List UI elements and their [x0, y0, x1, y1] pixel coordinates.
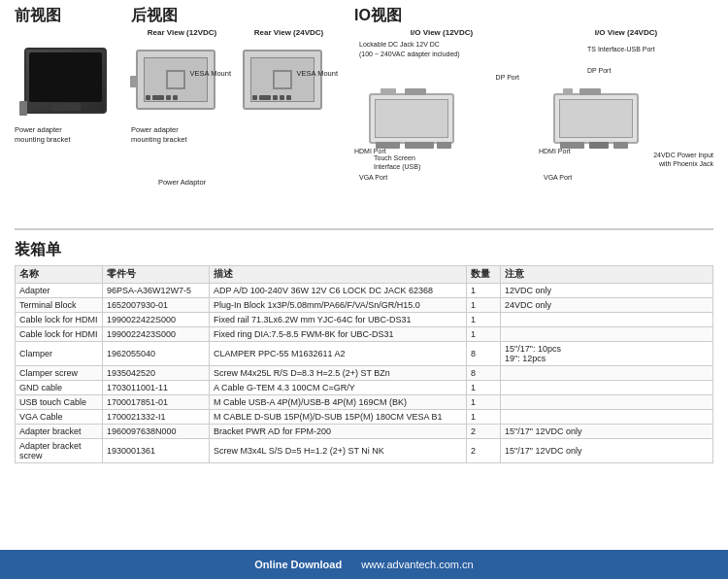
- rear-24vdc-diagram: VESA Mount: [238, 40, 340, 176]
- table-cell: VGA Cable: [16, 410, 103, 425]
- table-row: Clamper1962055040CLAMPER PPC-55 M1632611…: [16, 342, 713, 366]
- rear-12vdc-title: Rear View (12VDC): [131, 28, 233, 37]
- table-cell: Adapter bracket screw: [16, 439, 103, 463]
- rear-diagrams: Rear View (12VDC): [131, 28, 349, 187]
- table-cell: Plug-In Block 1x3P/5.08mm/PA66/F/VA/Sn/G…: [210, 298, 467, 313]
- vga-port-24-label: VGA Port: [544, 174, 572, 181]
- vesa-mount-24-label: VESA Mount: [296, 69, 338, 78]
- table-row: Cable lock for HDMI1990022422S000Fixed r…: [16, 313, 713, 327]
- col-qty: 数量: [467, 266, 501, 284]
- table-body: Adapter96PSA-A36W12W7-5ADP A/D 100-240V …: [16, 284, 713, 463]
- rear-ports-12vdc: [146, 95, 178, 100]
- table-cell: 1: [467, 327, 501, 342]
- dp-port-12-label: DP Port: [496, 74, 519, 81]
- rear-view-title: 后视图: [131, 6, 349, 26]
- table-cell: 1990022422S000: [103, 313, 210, 327]
- port-w1: [259, 95, 271, 100]
- table-cell: 2: [467, 439, 501, 463]
- port-wide: [152, 95, 164, 100]
- power-adapter-label: Power adapter mounting bracket: [15, 125, 71, 145]
- table-cell: 1960097638N000: [103, 425, 210, 439]
- table-cell: Bracket PWR AD for FPM-200: [210, 425, 467, 439]
- io-view-title: IO视图: [354, 6, 713, 26]
- table-cell: 15"/17": 10pcs 19": 12pcs: [501, 342, 713, 366]
- rear-device-12vdc: [136, 50, 215, 110]
- table-cell: Clamper screw: [16, 366, 103, 381]
- front-view-title: 前视图: [15, 6, 126, 26]
- col-desc: 描述: [210, 266, 467, 284]
- front-view-diagram: Power adapter mounting bracket: [15, 28, 126, 203]
- table-row: USB touch Cable1700017851-01M Cable USB-…: [16, 395, 713, 410]
- table-cell: Clamper: [16, 342, 103, 366]
- table-cell: 8: [467, 342, 501, 366]
- table-row: Adapter bracket screw1930001361Screw M3x…: [16, 439, 713, 463]
- power-adaptor-label: Power Adaptor: [131, 178, 233, 187]
- io-24vdc-diagram: TS Interface-USB Port DP Port HDMI Port …: [539, 40, 713, 186]
- table-cell: 1: [467, 395, 501, 410]
- table-cell: GND cable: [16, 381, 103, 395]
- rear-12vdc-device: [136, 50, 215, 110]
- table-cell: Screw M4x25L R/S D=8.3 H=2.5 (2+) ST BZn: [210, 366, 467, 381]
- table-cell: 1652007930-01: [103, 298, 210, 313]
- front-device: [24, 48, 107, 114]
- table-cell: [501, 410, 713, 425]
- table-cell: Fixed rail 71.3Lx6.2W mm YJC-64C for UBC…: [210, 313, 467, 327]
- table-cell: 96PSA-A36W12W7-5: [103, 284, 210, 298]
- hdmi-port-24-label: HDMI Port: [539, 148, 571, 154]
- table-cell: 1: [467, 381, 501, 395]
- table-cell: 1703011001-11: [103, 381, 210, 395]
- table-cell: Cable lock for HDMI: [16, 313, 103, 327]
- table-cell: [501, 313, 713, 327]
- diagram-section: 前视图 Power adapter mounting bracket: [0, 0, 728, 223]
- packing-list-title: 装箱单: [15, 240, 713, 260]
- header-row: 名称 零件号 描述 数量 注意: [16, 266, 713, 284]
- table-cell: 8: [467, 366, 501, 381]
- table-cell: Adapter bracket: [16, 425, 103, 439]
- rear-12vdc-block: Rear View (12VDC): [131, 28, 233, 187]
- io-24vdc-title: I/O View (24VDC): [539, 28, 713, 37]
- section-divider: [15, 228, 713, 230]
- dc-jack-port: [381, 88, 396, 95]
- rear-ports-24vdc: [252, 95, 291, 100]
- table-row: Adapter96PSA-A36W12W7-5ADP A/D 100-240V …: [16, 284, 713, 298]
- io-24vdc-block: I/O View (24VDC): [534, 28, 713, 186]
- io-device-12vdc: [369, 93, 454, 144]
- table-cell: Screw M3x4L S/S D=5 H=1.2 (2+) ST Ni NK: [210, 439, 467, 463]
- table-cell: 2: [467, 425, 501, 439]
- io-device-face-24vdc: [559, 99, 633, 138]
- vesa-indicator-24vdc: [273, 70, 292, 89]
- table-row: GND cable1703011001-11A Cable G-TEM 4.3 …: [16, 381, 713, 395]
- table-cell: [501, 327, 713, 342]
- touch-screen-label: Touch Screen Interface (USB): [374, 153, 420, 171]
- mounting-bracket: [19, 101, 27, 116]
- front-view-column: 前视图 Power adapter mounting bracket: [15, 6, 126, 220]
- table-cell: 1700021332-I1: [103, 410, 210, 425]
- io-device-24vdc: [553, 93, 639, 144]
- ts-port-24vdc: [563, 88, 573, 95]
- port-dot3: [173, 95, 178, 100]
- page-container: 前视图 Power adapter mounting bracket: [0, 0, 728, 579]
- vga-port-24vdc: [613, 142, 628, 149]
- table-cell: 1: [467, 410, 501, 425]
- dp-port-24-label: DP Port: [587, 67, 611, 74]
- table-cell: [501, 381, 713, 395]
- col-name: 名称: [16, 266, 103, 284]
- table-cell: 12VDC only: [501, 284, 713, 298]
- rear-24vdc-title: Rear View (24VDC): [238, 28, 340, 37]
- dp-port-12vdc: [405, 88, 426, 95]
- table-cell: 15"/17" 12VDC only: [501, 439, 713, 463]
- power-input-24vdc: [589, 142, 609, 149]
- table-cell: Adapter: [16, 284, 103, 298]
- port-d2: [273, 95, 278, 100]
- table-cell: 1930001361: [103, 439, 210, 463]
- vesa-indicator-12vdc: [166, 70, 185, 89]
- port-d1: [252, 95, 257, 100]
- footer-url: www.advantech.com.cn: [361, 559, 474, 570]
- port-d4: [286, 95, 291, 100]
- ts-interface-label: TS Interface-USB Port: [587, 45, 655, 54]
- lockable-dc-label: Lockable DC Jack 12V DC (100 ~ 240VAC ad…: [359, 40, 460, 59]
- table-cell: M CABLE D-SUB 15P(M)/D-SUB 15P(M) 180CM …: [210, 410, 467, 425]
- io-device-body-24vdc: [553, 93, 639, 144]
- table-cell: Fixed ring DIA:7.5-8.5 FWM-8K for UBC-DS…: [210, 327, 467, 342]
- table-cell: [501, 395, 713, 410]
